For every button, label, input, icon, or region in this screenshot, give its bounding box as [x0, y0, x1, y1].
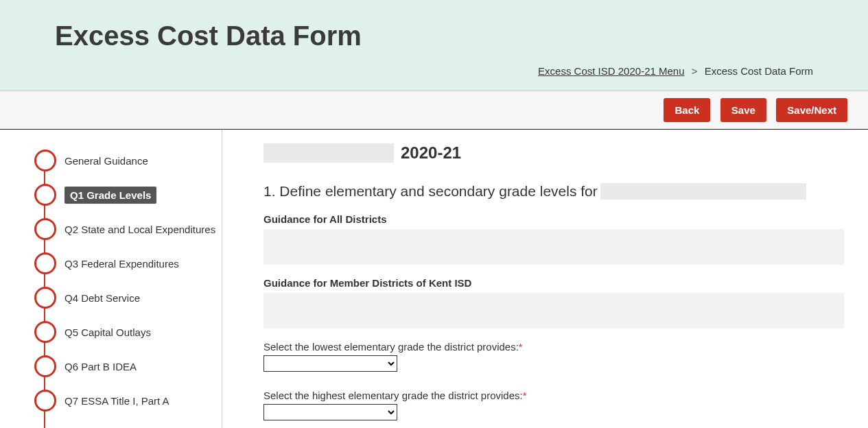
page-title: Excess Cost Data Form — [55, 21, 813, 51]
highest-elem-select[interactable] — [263, 404, 397, 420]
sidebar-item-label[interactable]: Q1 Grade Levels — [64, 187, 156, 204]
sidebar-item-label[interactable]: Q2 State and Local Expenditures — [64, 224, 215, 235]
sidebar-item-q1-grade-levels[interactable]: Q1 Grade Levels — [34, 178, 222, 212]
sidebar-item-q5-capital-outlays[interactable]: Q5 Capital Outlays — [34, 315, 222, 349]
redacted-district-name — [263, 143, 394, 163]
required-mark: * — [523, 390, 527, 401]
sidebar-item-general-guidance[interactable]: General Guidance — [34, 143, 222, 178]
sidebar-item-label[interactable]: Q4 Debt Service — [64, 292, 140, 304]
lowest-elem-select[interactable] — [263, 355, 397, 372]
breadcrumb: Excess Cost ISD 2020-21 Menu > Excess Co… — [55, 65, 813, 77]
save-button[interactable]: Save — [720, 98, 766, 122]
guidance-all-box — [263, 229, 844, 265]
sidebar-item-label[interactable]: Q7 ESSA Title I, Part A — [64, 395, 169, 407]
sidebar-item-q7-essa-title-i[interactable]: Q7 ESSA Title I, Part A — [34, 383, 222, 418]
highest-elem-text: Select the highest elementary grade the … — [263, 390, 523, 401]
sidebar-item-label[interactable]: Q5 Capital Outlays — [64, 326, 151, 338]
sidebar-item-q2-state-local[interactable]: Q2 State and Local Expenditures — [34, 212, 222, 246]
question-title: 1. Define elementary and secondary grade… — [263, 183, 844, 200]
lowest-elem-text: Select the lowest elementary grade the d… — [263, 341, 519, 353]
sidebar-item-q4-debt-service[interactable]: Q4 Debt Service — [34, 281, 222, 315]
section-header: 2020-21 — [263, 143, 844, 163]
action-bar: Back Save Save/Next — [0, 91, 868, 130]
sidebar-nav: General Guidance Q1 Grade Levels Q2 Stat… — [0, 130, 222, 428]
breadcrumb-parent-link[interactable]: Excess Cost ISD 2020-21 Menu — [538, 65, 684, 77]
sidebar-item-q3-federal[interactable]: Q3 Federal Expenditures — [34, 246, 222, 281]
content-panel: 2020-21 1. Define elementary and seconda… — [222, 130, 868, 428]
highest-elem-label: Select the highest elementary grade the … — [263, 390, 844, 401]
section-year: 2020-21 — [401, 143, 461, 163]
redacted-district-inline — [600, 183, 806, 200]
guidance-kent-box — [263, 293, 844, 329]
back-button[interactable]: Back — [664, 98, 710, 122]
sidebar-item-label[interactable]: Q3 Federal Expenditures — [64, 258, 179, 270]
required-mark: * — [519, 341, 523, 353]
guidance-kent-label: Guidance for Member Districts of Kent IS… — [263, 277, 844, 289]
breadcrumb-current: Excess Cost Data Form — [705, 65, 813, 77]
save-next-button[interactable]: Save/Next — [776, 98, 847, 122]
sidebar-item-label[interactable]: General Guidance — [64, 155, 148, 167]
sidebar-item-label[interactable]: Q6 Part B IDEA — [64, 361, 137, 372]
breadcrumb-separator: > — [692, 65, 698, 77]
question-prefix: 1. Define elementary and secondary grade… — [263, 183, 598, 200]
lowest-elem-label: Select the lowest elementary grade the d… — [263, 341, 844, 353]
sidebar-item-q6-part-b-idea[interactable]: Q6 Part B IDEA — [34, 349, 222, 383]
guidance-all-label: Guidance for All Districts — [263, 213, 844, 225]
main-area: General Guidance Q1 Grade Levels Q2 Stat… — [0, 130, 868, 428]
header-banner: Excess Cost Data Form Excess Cost ISD 20… — [0, 0, 868, 91]
